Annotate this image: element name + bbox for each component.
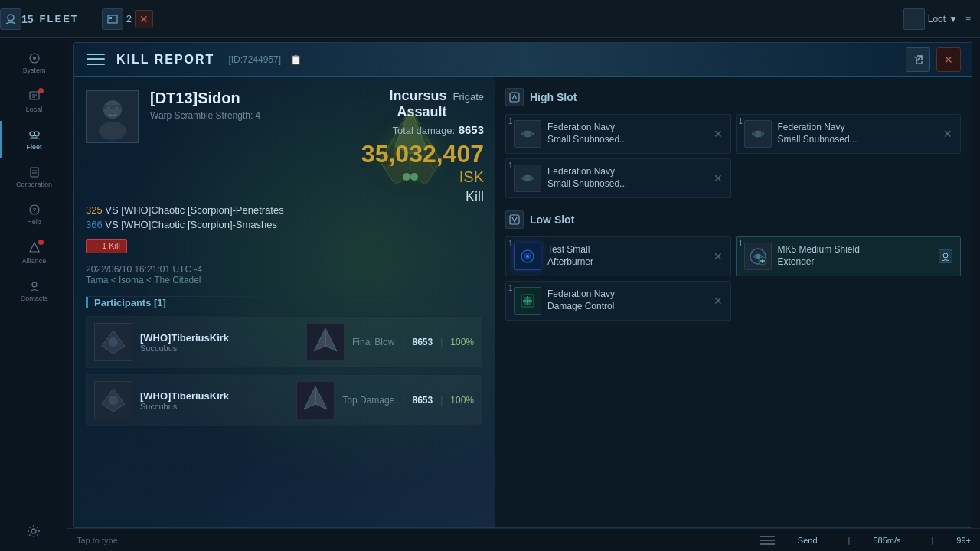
low-slot-item-1: 1 Test SmallAfterburner ✕ — [505, 236, 731, 276]
high-slot-qty-2: 1 — [739, 117, 743, 126]
send-button[interactable]: Send — [798, 536, 818, 545]
kill-report-header: KILL REPORT [ID:7244957] 📋 ✕ — [74, 43, 972, 77]
high-slot-title: High Slot — [505, 88, 961, 106]
kill-badge: ⊹ 1 Kill — [86, 239, 127, 253]
final-blow-label: Final Blow — [352, 337, 394, 347]
svg-point-57 — [943, 253, 948, 258]
cargo-display: 99+ — [956, 536, 971, 545]
combat-log: 325 VS [WHO]Chaotic [Scorpion]-Penetrate… — [86, 204, 482, 230]
external-link-button[interactable] — [906, 47, 930, 72]
sidebar-item-help[interactable]: ? Help — [0, 196, 67, 233]
svg-marker-15 — [30, 243, 39, 252]
participant-ship-icon-1 — [306, 323, 345, 361]
participant-ship-icon-2 — [296, 381, 335, 419]
svg-text:?: ? — [32, 207, 36, 214]
high-slot-close-3[interactable]: ✕ — [714, 172, 723, 184]
high-slot-name-1: Federation NavySmall Snubnosed... — [547, 122, 707, 145]
participant-row-2: [WHO]TiberiusKirk Succubus Top Damage — [86, 374, 482, 426]
victim-content: [DT13]Sidon Warp Scramble Strength: 4 In… — [74, 77, 495, 445]
low-slot-name-3: MK5 Medium ShieldExtender — [778, 244, 930, 268]
sidebar-item-contacts[interactable]: Contacts — [0, 272, 67, 310]
low-slot-qty-1: 1 — [508, 240, 513, 248]
loot-dropdown-icon[interactable]: ▼ — [949, 14, 958, 24]
low-slot-section: Low Slot 1 T — [505, 210, 961, 321]
high-slot-icon-1 — [514, 120, 541, 148]
sidebar-item-local[interactable]: Local — [0, 82, 67, 121]
low-slot-close-1[interactable]: ✕ — [714, 250, 723, 262]
kill-report-body: [DT13]Sidon Warp Scramble Strength: 4 In… — [74, 77, 972, 527]
top-damage-label: Top Damage — [342, 395, 394, 406]
total-damage-value: 8653 — [459, 123, 484, 136]
equipment-panel: High Slot 1 Federation NavySm — [495, 77, 972, 527]
high-slot-qty-3: 1 — [508, 161, 513, 170]
sidebar-item-corporation[interactable]: Corporation — [0, 158, 67, 196]
low-slot-item-3: 1 — [736, 236, 962, 276]
kill-badge-icon: ⊹ — [93, 241, 102, 250]
loot-box-icon — [903, 8, 925, 30]
low-slot-name-1: Test SmallAfterburner — [547, 244, 707, 268]
low-slot-icon-2 — [514, 287, 541, 315]
combat-entry-2: 366 VS [WHO]Chaotic [Scorpion]-Smashes — [86, 219, 482, 230]
ship-class: Incursus Assault — [357, 88, 447, 120]
svg-point-25 — [99, 122, 126, 140]
settings-button[interactable] — [26, 523, 41, 551]
participant-info-1: [WHO]TiberiusKirk Succubus — [140, 332, 299, 353]
copy-icon[interactable]: 📋 — [290, 54, 302, 65]
low-slot-label: Low Slot — [530, 214, 574, 226]
isk-value: 35,032,407 — [361, 140, 484, 168]
high-slot-close-2[interactable]: ✕ — [943, 128, 952, 140]
dock-icon[interactable] — [102, 8, 123, 30]
victim-avatar — [86, 90, 139, 143]
participant-stats-2: Top Damage | 8653 | 100% — [342, 395, 474, 406]
sidebar-item-fleet[interactable]: Fleet — [0, 121, 67, 158]
filter-icon[interactable]: ≡ — [965, 14, 971, 24]
close-kill-report-button[interactable]: ✕ — [936, 47, 961, 72]
kill-report-title: KILL REPORT — [116, 53, 214, 67]
participant-avatar-2 — [94, 381, 132, 419]
sidebar-item-alliance[interactable]: Alliance — [0, 233, 67, 272]
svg-rect-63 — [528, 297, 531, 300]
menu-button[interactable] — [84, 51, 107, 69]
user-icon — [939, 249, 952, 263]
isk-label: ISK — [459, 168, 484, 185]
low-slot-qty-2: 1 — [508, 284, 513, 292]
loot-label: Loot — [928, 14, 946, 24]
sidebar: System Local Fleet Corporation ? Help Al… — [0, 38, 67, 551]
participant-damage-1: 8653 — [412, 337, 433, 347]
svg-point-50 — [526, 255, 529, 258]
low-slot-close-2[interactable]: ✕ — [714, 295, 723, 307]
svg-rect-1 — [108, 15, 117, 23]
high-slot-close-1[interactable]: ✕ — [714, 128, 723, 140]
total-damage-label: Total damage: — [393, 125, 456, 136]
participant-name-2: [WHO]TiberiusKirk — [140, 390, 289, 402]
type-placeholder[interactable]: Tap to type — [77, 536, 744, 545]
victim-location: Tama < Isoma < The Citadel — [86, 275, 482, 285]
dock-count: 2 — [126, 13, 132, 24]
speed-display: 585m/s — [873, 536, 900, 545]
combat-text-2: VS [WHO]Chaotic [Scorpion]-Smashes — [105, 219, 277, 230]
participant-stats-1: Final Blow | 8653 | 100% — [352, 337, 474, 347]
participant-name-1: [WHO]TiberiusKirk — [140, 332, 299, 344]
high-slot-grid: 1 Federation NavySmall Snubnosed... ✕ — [505, 114, 961, 198]
dock-close-button[interactable]: ✕ — [135, 10, 153, 28]
high-slot-item-2: 1 Federation NavySmall Snubnosed... ✕ — [736, 114, 962, 154]
combat-text-1: VS [WHO]Chaotic [Scorpion]-Penetrates — [105, 204, 283, 216]
low-slot-icon-1 — [514, 243, 541, 270]
svg-point-36 — [109, 396, 118, 405]
low-slot-qty-3: 1 — [739, 240, 743, 248]
participant-avatar-1 — [94, 323, 132, 361]
loot-section: Loot ▼ ≡ — [903, 8, 980, 30]
sidebar-item-system[interactable]: System — [0, 44, 67, 82]
kill-report-id: [ID:7244957] — [228, 54, 281, 65]
svg-point-43 — [755, 131, 761, 137]
svg-point-53 — [756, 254, 760, 259]
high-slot-icon-2 — [744, 120, 772, 148]
ship-type: Frigate — [453, 91, 484, 103]
ship-stats: Incursus Assault Frigate Total damage: 8… — [357, 88, 484, 205]
participant-ship-1: Succubus — [140, 344, 299, 353]
svg-point-17 — [31, 529, 36, 533]
victim-panel: [DT13]Sidon Warp Scramble Strength: 4 In… — [74, 77, 495, 527]
svg-rect-5 — [30, 92, 39, 99]
menu-icon — [760, 535, 775, 546]
low-slot-icon-3 — [744, 243, 772, 270]
